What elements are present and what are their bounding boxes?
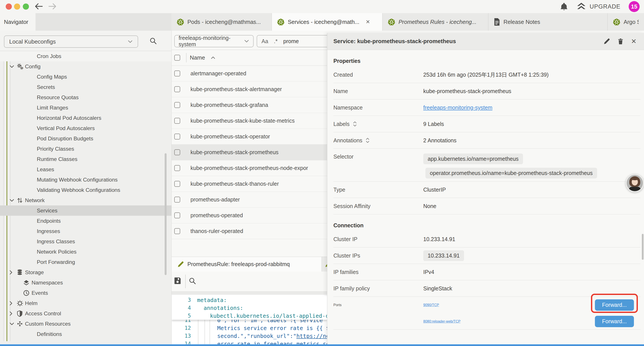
tab-services[interactable]: Services - icecheng@math... ✕ (272, 13, 382, 31)
edit-pencil-icon[interactable] (604, 38, 610, 45)
bell-icon[interactable] (560, 2, 568, 11)
sidebar-scrollbar[interactable] (164, 153, 166, 275)
service-row[interactable]: alertmanager-operated (172, 66, 327, 81)
editor-tab-prometheusrule[interactable]: PrometheusRule: freeleaps-prod-rabbitmq (172, 257, 322, 272)
notification-badge[interactable]: 15 (629, 1, 640, 12)
service-row[interactable]: kube-prometheus-stack-prometheus-node-ex… (172, 160, 327, 176)
match-case-toggle[interactable]: Aa (262, 38, 268, 44)
row-checkbox[interactable] (174, 165, 180, 171)
sidebar-item[interactable]: Services (0, 205, 172, 216)
service-row[interactable]: kube-prometheus-stack-prometheus (172, 145, 327, 160)
traffic-close-button[interactable] (6, 3, 12, 10)
row-checkbox[interactable] (174, 228, 180, 234)
row-checkbox[interactable] (174, 181, 180, 187)
traffic-zoom-button[interactable] (23, 3, 29, 10)
ip-families-row: IP families IPv4 (334, 264, 640, 280)
sidebar-item[interactable]: Mutating Webhook Configurations (0, 175, 172, 185)
yaml-editor[interactable]: 3metadata: 4annotations: 5kubectl.kubern… (172, 292, 327, 344)
forward-icon[interactable] (48, 3, 56, 10)
tab-label: Services - icecheng@math... (288, 19, 359, 25)
service-name: kube-prometheus-stack-alertmanager (190, 86, 282, 92)
namespace-link[interactable]: freeleaps-monitoring-system (423, 104, 492, 111)
service-row[interactable]: kube-prometheus-stack-kube-state-metrics (172, 113, 327, 129)
back-icon[interactable] (35, 3, 43, 10)
upgrade-button[interactable]: UPGRADE (576, 2, 620, 11)
sidebar-item[interactable]: Namespaces (0, 278, 172, 288)
editor-toolbar (172, 272, 327, 292)
sidebar-item[interactable]: Cron Jobs (0, 51, 172, 61)
row-checkbox[interactable] (174, 197, 180, 203)
details-scrollbar[interactable] (642, 234, 644, 260)
regex-toggle[interactable]: .* (274, 38, 278, 44)
sidebar-item[interactable]: Events (0, 288, 172, 298)
tab-prometheus-rules[interactable]: Prometheus Rules - icecheng... (382, 13, 488, 31)
close-icon[interactable]: ✕ (631, 37, 636, 45)
editor-tab-next[interactable] (322, 257, 327, 272)
sidebar-item[interactable]: Network (0, 195, 172, 205)
row-checkbox[interactable] (174, 70, 180, 76)
service-row[interactable]: prometheus-adapter (172, 192, 327, 208)
search-icon[interactable] (150, 37, 157, 45)
sidebar-item[interactable]: Priority Classes (0, 144, 172, 154)
traffic-minimize-button[interactable] (14, 3, 20, 10)
sidebar-item[interactable]: Ingresses (0, 226, 172, 236)
sidebar-item[interactable]: Limit Ranges (0, 102, 172, 113)
row-checkbox[interactable] (174, 149, 180, 155)
search-icon[interactable] (189, 277, 196, 285)
sidebar-item[interactable]: Vertical Pod Autoscalers (0, 123, 172, 133)
sidebar-item[interactable]: Port Forwarding (0, 257, 172, 267)
sidebar-item[interactable]: Validating Webhook Configurations (0, 185, 172, 195)
sidebar-item[interactable]: Endpoints (0, 216, 172, 226)
service-row[interactable]: kube-prometheus-stack-grafana (172, 97, 327, 113)
row-checkbox[interactable] (174, 102, 180, 108)
close-icon[interactable]: ✕ (366, 19, 370, 25)
row-checkbox[interactable] (174, 86, 180, 92)
tab-navigator[interactable]: Navigator (0, 13, 36, 31)
service-row[interactable]: kube-prometheus-stack-thanos-ruler (172, 176, 327, 192)
sidebar-item[interactable]: Secrets (0, 82, 172, 92)
sidebar-item[interactable]: Storage (0, 267, 172, 278)
sidebar-item[interactable]: Horizontal Pod Autoscalers (0, 113, 172, 123)
tab-strip: Navigator Pods - icecheng@mathmas... Ser… (0, 13, 644, 31)
save-icon[interactable] (174, 277, 181, 284)
sidebar-item[interactable]: Runtime Classes (0, 154, 172, 164)
row-checkbox[interactable] (174, 134, 180, 139)
sidebar-item[interactable]: Config (0, 61, 172, 72)
row-checkbox[interactable] (174, 212, 180, 218)
filter-input[interactable]: Aa .* prome (257, 35, 327, 47)
namespace-value: freeleaps-monitoring-system (179, 35, 244, 47)
trash-icon[interactable] (618, 38, 624, 45)
expand-caret-icon[interactable] (353, 121, 357, 127)
tab-pods[interactable]: Pods - icecheng@mathmas... (172, 13, 272, 31)
avatar[interactable] (626, 174, 644, 192)
sidebar-item[interactable]: Config Maps (0, 72, 172, 82)
sidebar-item[interactable]: Definitions (0, 329, 172, 339)
kubeconfig-select[interactable]: Local Kubeconfigs (4, 35, 138, 48)
port-link-8080[interactable]: 8080:reloader-web/TCP (423, 320, 460, 324)
tab-release-notes[interactable]: Release Notes (488, 13, 608, 31)
service-row[interactable]: thanos-ruler-operated (172, 223, 327, 239)
sidebar-item[interactable]: Ingress Classes (0, 236, 172, 247)
sidebar-item[interactable]: Leases (0, 164, 172, 175)
created-row: Created 253d 16h 6m ago (2025年1月13日 GMT+… (334, 66, 640, 83)
sidebar-item[interactable]: Pod Disruption Budgets (0, 133, 172, 144)
tab-argo[interactable]: Argo Se (608, 13, 644, 31)
name-column-header[interactable]: Name (190, 54, 205, 61)
sidebar-item[interactable]: Network Policies (0, 247, 172, 257)
expand-caret-icon[interactable] (366, 137, 370, 143)
service-row[interactable]: prometheus-operated (172, 208, 327, 223)
sidebar-item-label: Access Control (25, 311, 61, 317)
service-row[interactable]: kube-prometheus-stack-alertmanager (172, 81, 327, 97)
connection-heading: Connection (334, 214, 640, 231)
sidebar-item[interactable]: Custom Resources (0, 319, 172, 329)
select-all-checkbox[interactable] (174, 55, 180, 61)
pencil-icon (325, 261, 327, 268)
row-checkbox[interactable] (174, 118, 180, 124)
namespace-select[interactable]: freeleaps-monitoring-system (174, 35, 254, 47)
port-link-9090[interactable]: 9090/TCP (423, 303, 439, 307)
forward-button-8080[interactable]: Forward... (595, 316, 634, 327)
service-row[interactable]: kube-prometheus-stack-operator (172, 129, 327, 145)
sidebar-item[interactable]: Access Control (0, 308, 172, 319)
sidebar-item[interactable]: Resource Quotas (0, 92, 172, 102)
sidebar-item[interactable]: Helm (0, 298, 172, 308)
